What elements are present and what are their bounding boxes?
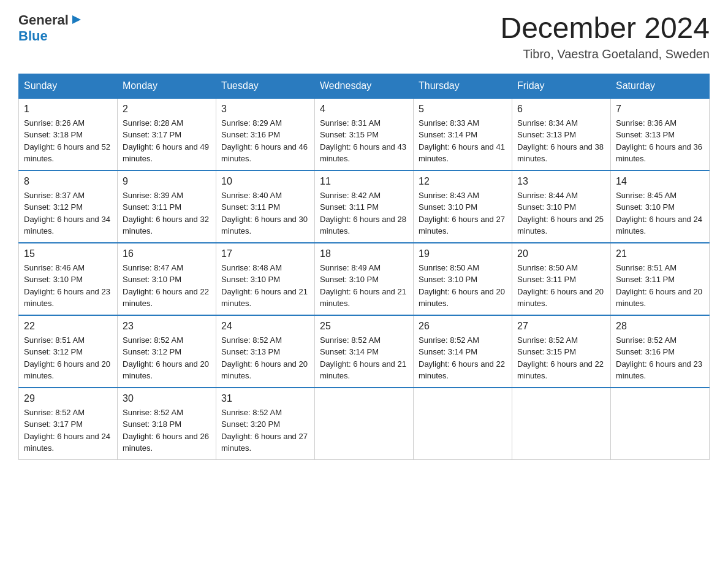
day-info: Sunrise: 8:46 AM Sunset: 3:10 PM Dayligh… [24, 262, 112, 310]
calendar-day-cell: 2 Sunrise: 8:28 AM Sunset: 3:17 PM Dayli… [118, 98, 216, 170]
calendar-week-row: 15 Sunrise: 8:46 AM Sunset: 3:10 PM Dayl… [19, 243, 710, 315]
day-number: 23 [123, 321, 211, 332]
day-info: Sunrise: 8:26 AM Sunset: 3:18 PM Dayligh… [24, 117, 112, 165]
day-info: Sunrise: 8:33 AM Sunset: 3:14 PM Dayligh… [419, 117, 507, 165]
calendar-day-cell: 26 Sunrise: 8:52 AM Sunset: 3:14 PM Dayl… [414, 315, 512, 388]
day-number: 21 [616, 248, 704, 259]
logo: General Blue [18, 12, 83, 44]
day-number: 12 [419, 176, 507, 187]
page-header: General Blue December 2024 Tibro, Vaestr… [18, 12, 710, 61]
day-number: 17 [221, 248, 309, 259]
day-number: 9 [123, 176, 211, 187]
col-wednesday: Wednesday [315, 74, 414, 98]
calendar-day-cell: 8 Sunrise: 8:37 AM Sunset: 3:12 PM Dayli… [19, 170, 118, 243]
calendar-week-row: 8 Sunrise: 8:37 AM Sunset: 3:12 PM Dayli… [19, 170, 710, 243]
calendar-day-cell: 15 Sunrise: 8:46 AM Sunset: 3:10 PM Dayl… [19, 243, 118, 315]
day-info: Sunrise: 8:39 AM Sunset: 3:11 PM Dayligh… [123, 190, 211, 237]
calendar-week-row: 29 Sunrise: 8:52 AM Sunset: 3:17 PM Dayl… [19, 388, 710, 460]
calendar-day-cell: 11 Sunrise: 8:42 AM Sunset: 3:11 PM Dayl… [315, 170, 414, 243]
day-info: Sunrise: 8:50 AM Sunset: 3:10 PM Dayligh… [419, 262, 507, 310]
col-sunday: Sunday [19, 74, 118, 98]
day-number: 6 [517, 104, 605, 115]
calendar-day-cell: 28 Sunrise: 8:52 AM Sunset: 3:16 PM Dayl… [611, 315, 710, 388]
day-number: 5 [419, 104, 507, 115]
calendar-day-cell: 21 Sunrise: 8:51 AM Sunset: 3:11 PM Dayl… [611, 243, 710, 315]
calendar-day-cell: 3 Sunrise: 8:29 AM Sunset: 3:16 PM Dayli… [216, 98, 315, 170]
logo-text-block: General Blue [18, 12, 83, 44]
day-info: Sunrise: 8:52 AM Sunset: 3:14 PM Dayligh… [419, 334, 507, 382]
calendar-day-cell: 1 Sunrise: 8:26 AM Sunset: 3:18 PM Dayli… [19, 98, 118, 170]
empty-cell [315, 388, 414, 460]
calendar-day-cell: 27 Sunrise: 8:52 AM Sunset: 3:15 PM Dayl… [512, 315, 611, 388]
day-number: 14 [616, 176, 704, 187]
calendar-day-cell: 20 Sunrise: 8:50 AM Sunset: 3:11 PM Dayl… [512, 243, 611, 315]
day-info: Sunrise: 8:51 AM Sunset: 3:12 PM Dayligh… [24, 334, 112, 382]
day-info: Sunrise: 8:52 AM Sunset: 3:16 PM Dayligh… [616, 334, 704, 382]
col-monday: Monday [118, 74, 216, 98]
day-info: Sunrise: 8:48 AM Sunset: 3:10 PM Dayligh… [221, 262, 309, 310]
day-info: Sunrise: 8:36 AM Sunset: 3:13 PM Dayligh… [616, 117, 704, 165]
day-info: Sunrise: 8:43 AM Sunset: 3:10 PM Dayligh… [419, 190, 507, 237]
day-number: 3 [221, 104, 309, 115]
day-info: Sunrise: 8:49 AM Sunset: 3:10 PM Dayligh… [320, 262, 408, 310]
day-info: Sunrise: 8:28 AM Sunset: 3:17 PM Dayligh… [123, 117, 211, 165]
logo-blue: Blue [18, 28, 48, 44]
calendar-day-cell: 13 Sunrise: 8:44 AM Sunset: 3:10 PM Dayl… [512, 170, 611, 243]
empty-cell [414, 388, 512, 460]
calendar-day-cell: 25 Sunrise: 8:52 AM Sunset: 3:14 PM Dayl… [315, 315, 414, 388]
day-info: Sunrise: 8:51 AM Sunset: 3:11 PM Dayligh… [616, 262, 704, 310]
day-info: Sunrise: 8:40 AM Sunset: 3:11 PM Dayligh… [221, 190, 309, 237]
empty-cell [611, 388, 710, 460]
day-info: Sunrise: 8:50 AM Sunset: 3:11 PM Dayligh… [517, 262, 605, 310]
calendar-day-cell: 31 Sunrise: 8:52 AM Sunset: 3:20 PM Dayl… [216, 388, 315, 460]
day-number: 16 [123, 248, 211, 259]
calendar-day-cell: 18 Sunrise: 8:49 AM Sunset: 3:10 PM Dayl… [315, 243, 414, 315]
day-info: Sunrise: 8:52 AM Sunset: 3:14 PM Dayligh… [320, 334, 408, 382]
calendar-day-cell: 23 Sunrise: 8:52 AM Sunset: 3:12 PM Dayl… [118, 315, 216, 388]
day-info: Sunrise: 8:52 AM Sunset: 3:18 PM Dayligh… [123, 407, 211, 454]
calendar-day-cell: 5 Sunrise: 8:33 AM Sunset: 3:14 PM Dayli… [414, 98, 512, 170]
calendar-day-cell: 17 Sunrise: 8:48 AM Sunset: 3:10 PM Dayl… [216, 243, 315, 315]
day-number: 2 [123, 104, 211, 115]
col-friday: Friday [512, 74, 611, 98]
day-info: Sunrise: 8:31 AM Sunset: 3:15 PM Dayligh… [320, 117, 408, 165]
logo-arrow-icon [70, 13, 83, 26]
calendar-day-cell: 19 Sunrise: 8:50 AM Sunset: 3:10 PM Dayl… [414, 243, 512, 315]
calendar-day-cell: 24 Sunrise: 8:52 AM Sunset: 3:13 PM Dayl… [216, 315, 315, 388]
day-number: 29 [24, 393, 112, 404]
day-info: Sunrise: 8:34 AM Sunset: 3:13 PM Dayligh… [517, 117, 605, 165]
day-number: 27 [517, 321, 605, 332]
day-number: 30 [123, 393, 211, 404]
svg-marker-0 [72, 15, 81, 24]
day-number: 20 [517, 248, 605, 259]
calendar-day-cell: 14 Sunrise: 8:45 AM Sunset: 3:10 PM Dayl… [611, 170, 710, 243]
day-number: 22 [24, 321, 112, 332]
day-number: 1 [24, 104, 112, 115]
col-saturday: Saturday [611, 74, 710, 98]
day-number: 26 [419, 321, 507, 332]
logo-general: General [18, 12, 69, 28]
day-number: 19 [419, 248, 507, 259]
day-number: 18 [320, 248, 408, 259]
day-number: 10 [221, 176, 309, 187]
calendar-day-cell: 7 Sunrise: 8:36 AM Sunset: 3:13 PM Dayli… [611, 98, 710, 170]
day-info: Sunrise: 8:47 AM Sunset: 3:10 PM Dayligh… [123, 262, 211, 310]
empty-cell [512, 388, 611, 460]
title-block: December 2024 Tibro, Vaestra Goetaland, … [500, 12, 710, 61]
calendar-day-cell: 29 Sunrise: 8:52 AM Sunset: 3:17 PM Dayl… [19, 388, 118, 460]
col-tuesday: Tuesday [216, 74, 315, 98]
calendar-day-cell: 16 Sunrise: 8:47 AM Sunset: 3:10 PM Dayl… [118, 243, 216, 315]
calendar-day-cell: 6 Sunrise: 8:34 AM Sunset: 3:13 PM Dayli… [512, 98, 611, 170]
day-number: 25 [320, 321, 408, 332]
day-info: Sunrise: 8:52 AM Sunset: 3:12 PM Dayligh… [123, 334, 211, 382]
day-number: 8 [24, 176, 112, 187]
day-number: 24 [221, 321, 309, 332]
day-info: Sunrise: 8:52 AM Sunset: 3:13 PM Dayligh… [221, 334, 309, 382]
day-info: Sunrise: 8:37 AM Sunset: 3:12 PM Dayligh… [24, 190, 112, 237]
location-subtitle: Tibro, Vaestra Goetaland, Sweden [500, 47, 710, 61]
calendar-table: Sunday Monday Tuesday Wednesday Thursday… [18, 74, 710, 460]
day-number: 15 [24, 248, 112, 259]
calendar-week-row: 1 Sunrise: 8:26 AM Sunset: 3:18 PM Dayli… [19, 98, 710, 170]
day-info: Sunrise: 8:42 AM Sunset: 3:11 PM Dayligh… [320, 190, 408, 237]
calendar-day-cell: 22 Sunrise: 8:51 AM Sunset: 3:12 PM Dayl… [19, 315, 118, 388]
